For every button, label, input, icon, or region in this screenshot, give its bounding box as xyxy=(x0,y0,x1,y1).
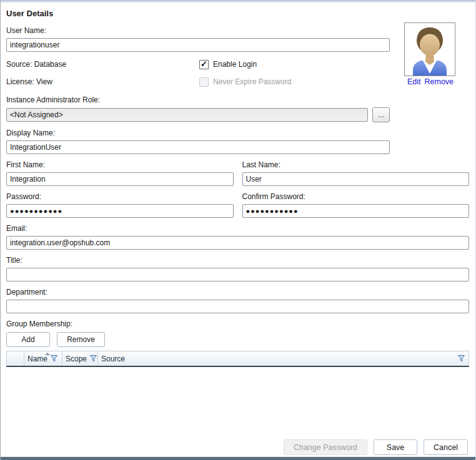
user-details-panel: User Details User Name: Source: Database… xyxy=(0,0,476,460)
grid-column-header-source[interactable]: Source xyxy=(98,351,469,366)
password-input[interactable] xyxy=(6,204,234,218)
browse-role-button[interactable]: ... xyxy=(372,107,390,122)
first-name-group: First Name: xyxy=(6,160,234,186)
never-expire-label: Never Expire Password xyxy=(213,77,291,86)
title-row: Title: xyxy=(6,256,469,281)
instance-admin-role-label: Instance Administrator Role: xyxy=(6,95,469,105)
page-title: User Details xyxy=(6,9,469,18)
avatar xyxy=(404,22,455,76)
display-name-row: Display Name: xyxy=(6,129,469,154)
grid-selector-column-header xyxy=(7,351,24,366)
column-scope-label: Scope xyxy=(66,355,87,363)
user-name-label: User Name: xyxy=(6,26,469,36)
instance-admin-role-input xyxy=(6,108,368,122)
never-expire-checkbox xyxy=(199,77,209,87)
license-text: License: View xyxy=(6,77,199,86)
group-membership-label: Group Membership: xyxy=(6,320,469,329)
password-group: Password: xyxy=(6,192,234,218)
never-expire-checkbox-group: Never Expire Password xyxy=(199,77,291,87)
last-name-group: Last Name: xyxy=(242,160,470,186)
department-input[interactable] xyxy=(6,300,469,313)
column-source-label: Source xyxy=(101,355,125,363)
grid-column-header-scope[interactable]: Scope xyxy=(62,351,98,366)
save-button[interactable]: Save xyxy=(374,439,417,455)
filter-icon[interactable] xyxy=(89,355,97,363)
license-row: License: View Never Expire Password xyxy=(6,77,469,87)
confirm-password-group: Confirm Password: xyxy=(242,192,470,218)
department-label: Department: xyxy=(6,288,469,297)
grid-header-row: Name Scope Source xyxy=(6,351,469,367)
password-row: Password: Confirm Password: xyxy=(6,192,469,218)
remove-avatar-link[interactable]: Remove xyxy=(425,77,454,86)
first-name-label: First Name: xyxy=(6,160,234,170)
last-name-label: Last Name: xyxy=(242,160,470,170)
instance-admin-role-row: Instance Administrator Role: ... xyxy=(6,95,469,122)
email-label: Email: xyxy=(6,224,469,233)
group-membership-grid: Name Scope Source xyxy=(6,351,469,411)
enable-login-label: Enable Login xyxy=(213,60,257,69)
source-value: Database xyxy=(34,60,66,69)
source-text: Source: Database xyxy=(6,60,199,69)
group-membership-toolbar: Add Remove xyxy=(6,332,469,347)
person-avatar-icon xyxy=(407,26,453,76)
sort-ascending-icon xyxy=(45,353,50,355)
title-label: Title: xyxy=(6,256,469,265)
checkmark-icon: ✓ xyxy=(201,61,207,67)
column-name-label: Name xyxy=(27,355,47,363)
footer-buttons: Change Password Save Cancel xyxy=(284,439,468,455)
source-row: Source: Database ✓ Enable Login xyxy=(6,59,469,69)
name-row: First Name: Last Name: xyxy=(6,160,469,186)
grid-body-empty xyxy=(6,367,469,411)
license-value: View xyxy=(36,77,52,86)
filter-icon[interactable] xyxy=(50,355,58,363)
confirm-password-input[interactable] xyxy=(242,204,470,218)
email-row: Email: xyxy=(6,224,469,250)
confirm-password-label: Confirm Password: xyxy=(242,192,470,202)
filter-icon[interactable] xyxy=(457,355,465,363)
avatar-section: EditRemove xyxy=(404,22,457,86)
panel-bottom-band xyxy=(1,457,475,460)
display-name-label: Display Name: xyxy=(6,129,469,138)
department-row: Department: xyxy=(6,288,469,313)
first-name-input[interactable] xyxy=(6,172,234,186)
enable-login-checkbox-group[interactable]: ✓ Enable Login xyxy=(199,60,257,69)
grid-column-header-name[interactable]: Name xyxy=(24,351,62,366)
user-name-input[interactable] xyxy=(6,38,390,52)
remove-group-button[interactable]: Remove xyxy=(57,332,105,347)
password-label: Password: xyxy=(6,192,234,202)
last-name-input[interactable] xyxy=(242,172,470,186)
cancel-button[interactable]: Cancel xyxy=(424,439,468,455)
change-password-button: Change Password xyxy=(284,439,367,455)
display-name-input[interactable] xyxy=(6,140,390,154)
edit-avatar-link[interactable]: Edit xyxy=(407,77,421,86)
user-name-row: User Name: xyxy=(6,26,469,52)
source-label: Source: xyxy=(6,60,32,69)
enable-login-checkbox[interactable]: ✓ xyxy=(199,60,209,69)
title-input[interactable] xyxy=(6,268,469,281)
add-group-button[interactable]: Add xyxy=(6,332,50,347)
email-field[interactable] xyxy=(6,236,469,250)
license-label: License: xyxy=(6,77,34,86)
avatar-links: EditRemove xyxy=(404,77,457,86)
